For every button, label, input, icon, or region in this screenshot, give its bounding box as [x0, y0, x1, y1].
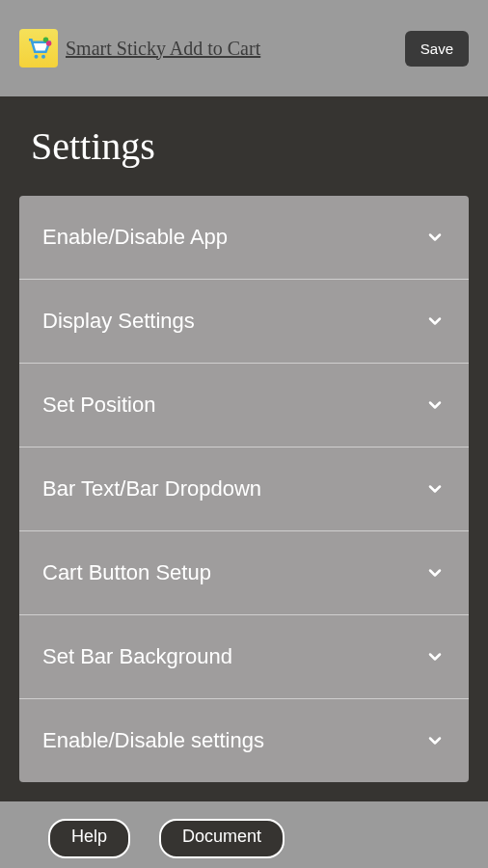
chevron-down-icon — [424, 730, 446, 751]
accordion-label: Set Position — [42, 393, 155, 418]
accordion-item-display-settings[interactable]: Display Settings — [19, 280, 469, 364]
accordion-item-enable-app[interactable]: Enable/Disable App — [19, 196, 469, 280]
accordion-item-cart-button[interactable]: Cart Button Setup — [19, 531, 469, 615]
accordion-item-bar-background[interactable]: Set Bar Background — [19, 615, 469, 699]
chevron-down-icon — [424, 478, 446, 500]
accordion-label: Bar Text/Bar Dropdown — [42, 476, 261, 502]
svg-point-3 — [46, 41, 52, 46]
accordion-item-set-position[interactable]: Set Position — [19, 364, 469, 448]
chevron-down-icon — [424, 311, 446, 332]
chevron-down-icon — [424, 562, 446, 583]
page-title: Settings — [31, 123, 469, 169]
save-button[interactable]: Save — [405, 31, 469, 67]
footer: Help Document — [0, 801, 488, 858]
svg-point-1 — [41, 55, 45, 59]
app-logo-icon — [19, 29, 58, 68]
chevron-down-icon — [424, 227, 446, 248]
accordion-label: Cart Button Setup — [42, 560, 211, 585]
settings-accordion: Enable/Disable App Display Settings Set … — [19, 196, 469, 782]
accordion-item-bar-text[interactable]: Bar Text/Bar Dropdown — [19, 448, 469, 531]
chevron-down-icon — [424, 646, 446, 667]
app-header: Smart Sticky Add to Cart Save — [0, 0, 488, 96]
brand-title: Smart Sticky Add to Cart — [66, 38, 260, 60]
chevron-down-icon — [424, 394, 446, 416]
document-button[interactable]: Document — [159, 819, 285, 858]
svg-point-0 — [35, 55, 39, 59]
help-button[interactable]: Help — [48, 819, 130, 858]
accordion-label: Set Bar Background — [42, 644, 232, 669]
accordion-label: Enable/Disable settings — [42, 728, 264, 753]
settings-container: Settings Enable/Disable App Display Sett… — [0, 96, 488, 801]
brand-link[interactable]: Smart Sticky Add to Cart — [19, 29, 260, 68]
accordion-item-enable-settings[interactable]: Enable/Disable settings — [19, 699, 469, 782]
accordion-label: Enable/Disable App — [42, 225, 228, 250]
accordion-label: Display Settings — [42, 309, 195, 334]
